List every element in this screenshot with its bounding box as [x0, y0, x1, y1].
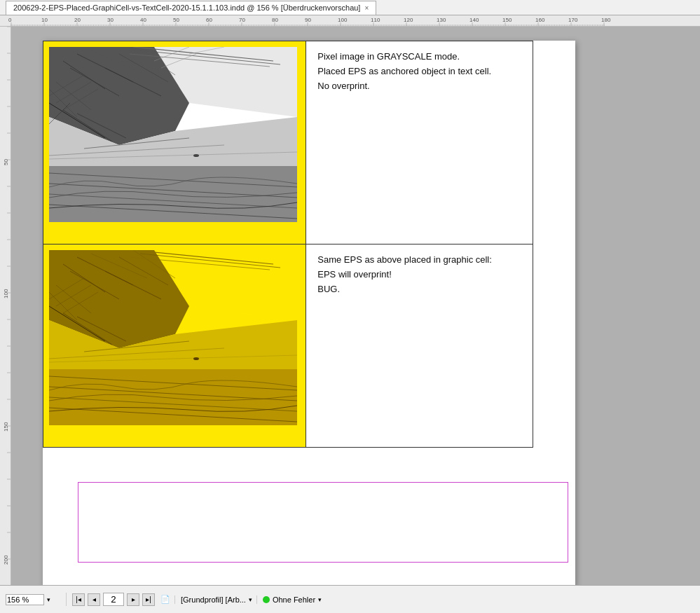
status-bar: ▾ |◂ ◂ ▸ ▸| 📄 [Grundprofil] [Arb... ▾ Oh…	[0, 585, 700, 613]
profile-chevron[interactable]: ▾	[249, 596, 252, 603]
svg-point-27	[193, 154, 199, 157]
first-page-button[interactable]: |◂	[72, 593, 85, 606]
text-cell-2: Same EPS as above placed in graphic cell…	[306, 244, 533, 448]
book-icon: 📄	[160, 595, 170, 604]
canvas-area: Pixel image in GRAYSCALE mode. Placed EP…	[11, 27, 700, 585]
profile-label[interactable]: [Grundprofil] [Arb...	[181, 595, 246, 604]
zoom-input[interactable]	[6, 594, 44, 605]
table-row-2: Same EPS as above placed in graphic cell…	[43, 244, 533, 448]
sketch-grayscale-area	[49, 47, 300, 238]
close-tab-button[interactable]: ×	[364, 4, 369, 12]
no-errors-indicator	[263, 596, 270, 603]
last-page-button[interactable]: ▸|	[142, 593, 155, 606]
cell1-line2: Placed EPS as anchored object in text ce…	[317, 64, 521, 79]
image-cell-yellow	[43, 244, 306, 448]
top-ruler	[0, 15, 700, 27]
page-number-input[interactable]	[103, 593, 124, 606]
cell2-line2: EPS will overprint!	[317, 268, 521, 282]
table-row: Pixel image in GRAYSCALE mode. Placed EP…	[43, 41, 533, 244]
cell2-line1: Same EPS as above placed in graphic cell…	[317, 253, 521, 268]
next-page-button[interactable]: ▸	[127, 593, 139, 606]
errors-label[interactable]: Ohne Fehler	[273, 595, 315, 604]
title-bar: 200629-2-EPS-Placed-GraphiCell-vs-TextCe…	[0, 0, 700, 15]
profile-section: [Grundprofil] [Arb... ▾	[174, 595, 252, 604]
page-navigation: |◂ ◂ ▸ ▸| 📄	[66, 593, 170, 606]
bottom-empty-cell	[78, 482, 568, 563]
svg-point-61	[193, 357, 199, 360]
zoom-dropdown-icon[interactable]: ▾	[47, 596, 50, 603]
left-ruler	[0, 27, 11, 585]
image-cell-grayscale	[43, 41, 306, 244]
text-cell-1: Pixel image in GRAYSCALE mode. Placed EP…	[306, 41, 533, 244]
cell1-line3: No overprint.	[317, 79, 521, 94]
sketch-yellow-area	[49, 250, 300, 441]
svg-marker-4	[49, 166, 297, 222]
document-tab[interactable]: 200629-2-EPS-Placed-GraphiCell-vs-TextCe…	[6, 1, 376, 15]
zoom-control: ▾	[6, 594, 62, 605]
grayscale-sketch-svg	[49, 47, 297, 222]
document-page: Pixel image in GRAYSCALE mode. Placed EP…	[43, 41, 575, 585]
tab-label: 200629-2-EPS-Placed-GraphiCell-vs-TextCe…	[13, 4, 360, 12]
prev-page-button[interactable]: ◂	[88, 593, 100, 606]
yellow-sketch-svg	[49, 250, 297, 425]
cell1-line1: Pixel image in GRAYSCALE mode.	[317, 50, 521, 64]
cell2-line3: BUG.	[317, 282, 521, 297]
svg-marker-38	[49, 369, 297, 425]
errors-section: Ohne Fehler ▾	[256, 595, 322, 604]
main-table: Pixel image in GRAYSCALE mode. Placed EP…	[43, 41, 533, 448]
errors-chevron[interactable]: ▾	[318, 596, 322, 603]
